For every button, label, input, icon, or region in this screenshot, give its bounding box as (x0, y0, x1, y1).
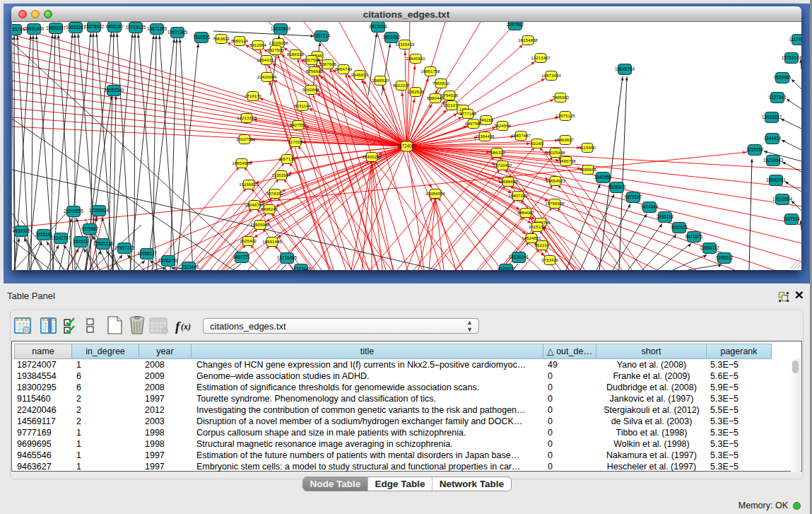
svg-text:17957275: 17957275 (114, 245, 135, 250)
svg-text:1733426: 1733426 (541, 257, 559, 262)
svg-text:22420046: 22420046 (257, 74, 277, 79)
svg-text:11353594: 11353594 (271, 173, 291, 177)
svg-text:19654923: 19654923 (546, 178, 565, 183)
svg-text:9115460: 9115460 (579, 145, 596, 150)
svg-text:2935114: 2935114 (657, 214, 674, 219)
svg-text:15278602: 15278602 (84, 24, 105, 29)
svg-text:12975125: 12975125 (555, 113, 575, 118)
svg-text:10025438: 10025438 (546, 150, 565, 155)
svg-text:13495758: 13495758 (556, 158, 576, 163)
svg-text:15751074: 15751074 (782, 55, 801, 60)
svg-text:10719135: 10719135 (126, 25, 146, 30)
svg-text:1588520: 1588520 (372, 78, 389, 83)
svg-text:62160: 62160 (531, 141, 543, 146)
svg-text:154519: 154519 (73, 239, 88, 244)
svg-text:7986322: 7986322 (488, 150, 506, 155)
svg-text:15909948: 15909948 (250, 222, 270, 227)
svg-text:11325419: 11325419 (395, 42, 415, 47)
svg-text:2367608: 2367608 (319, 62, 337, 66)
svg-text:12323448: 12323448 (291, 267, 312, 270)
svg-text:8660124: 8660124 (231, 38, 249, 43)
svg-text:7625402: 7625402 (240, 238, 257, 243)
svg-text:8471676: 8471676 (686, 234, 703, 239)
svg-text:15692951: 15692951 (766, 177, 787, 182)
svg-text:17359924: 17359924 (89, 208, 110, 213)
svg-text:8912954: 8912954 (249, 42, 267, 47)
svg-text:7485063: 7485063 (552, 95, 570, 100)
svg-text:1615132: 1615132 (529, 224, 546, 229)
svg-text:14136141: 14136141 (509, 255, 529, 259)
svg-text:16654985: 16654985 (232, 160, 252, 165)
svg-text:10971385: 10971385 (167, 30, 188, 35)
svg-text:9699695: 9699695 (579, 167, 597, 172)
svg-text:19653287: 19653287 (46, 25, 66, 30)
svg-text:6879197: 6879197 (625, 194, 642, 199)
svg-text:7515526: 7515526 (193, 35, 211, 40)
svg-text:10973493: 10973493 (541, 73, 561, 78)
svg-text:16991449: 16991449 (262, 239, 282, 244)
svg-text:11174031: 11174031 (789, 37, 801, 42)
svg-text:14055714: 14055714 (12, 27, 25, 32)
svg-text:4839001: 4839001 (13, 228, 30, 233)
svg-text:9498242: 9498242 (261, 206, 278, 211)
svg-text:8322037: 8322037 (393, 83, 411, 88)
svg-text:12033822: 12033822 (762, 115, 782, 119)
svg-text:2087662: 2087662 (507, 22, 524, 27)
svg-text:3215958: 3215958 (746, 147, 764, 152)
svg-text:9146821: 9146821 (351, 72, 369, 77)
svg-text:16648784: 16648784 (615, 66, 635, 71)
svg-text:9457771: 9457771 (233, 255, 251, 259)
svg-text:18807249: 18807249 (508, 193, 528, 198)
svg-text:746266: 746266 (479, 117, 494, 122)
svg-text:9474444: 9474444 (641, 204, 659, 209)
svg-text:10688609: 10688609 (498, 179, 518, 184)
svg-text:9245012: 9245012 (498, 267, 515, 270)
svg-text:12323448: 12323448 (179, 264, 199, 269)
svg-text:8454749: 8454749 (335, 66, 353, 71)
svg-text:9357214: 9357214 (313, 33, 331, 38)
svg-text:1244419: 1244419 (764, 136, 782, 141)
svg-text:16210643: 16210643 (763, 158, 784, 163)
svg-text:10653287: 10653287 (66, 25, 86, 30)
svg-text:18724007: 18724007 (396, 144, 417, 148)
svg-text:21364436: 21364436 (475, 134, 495, 139)
svg-text:9242848: 9242848 (302, 87, 320, 92)
svg-text:18640910: 18640910 (406, 56, 425, 61)
svg-text:3267130: 3267130 (278, 156, 296, 161)
svg-text:6756685: 6756685 (306, 69, 324, 74)
svg-text:12505135: 12505135 (93, 241, 114, 246)
svg-text:12213313: 12213313 (237, 115, 257, 120)
svg-text:13716485: 13716485 (277, 255, 298, 260)
svg-text:9245012: 9245012 (716, 255, 734, 260)
svg-text:9777169: 9777169 (459, 111, 477, 116)
svg-text:9427552: 9427552 (290, 122, 307, 127)
svg-text:10958117: 10958117 (137, 251, 157, 256)
svg-text:7632621: 7632621 (671, 225, 688, 230)
svg-text:3624554: 3624554 (494, 123, 512, 128)
svg-text:14524851: 14524851 (522, 235, 541, 240)
svg-text:16782759: 16782759 (158, 258, 179, 263)
svg-text:9227343: 9227343 (769, 95, 787, 100)
svg-text:2718170: 2718170 (245, 93, 262, 98)
svg-text:10654112: 10654112 (700, 245, 719, 250)
svg-text:5578352: 5578352 (266, 191, 284, 196)
svg-text:16543312: 16543312 (257, 57, 276, 62)
svg-text:1362615: 1362615 (407, 89, 425, 94)
svg-text:13142757: 13142757 (51, 235, 71, 240)
svg-text:16671385: 16671385 (147, 26, 167, 31)
svg-text:1921850: 1921850 (383, 35, 401, 40)
svg-text:18300295: 18300295 (362, 154, 382, 159)
svg-text:8813014: 8813014 (370, 24, 387, 29)
svg-text:15720407: 15720407 (493, 163, 512, 168)
svg-text:9529966: 9529966 (774, 75, 792, 80)
svg-text:19384554: 19384554 (425, 191, 445, 196)
svg-text:9463627: 9463627 (557, 137, 575, 142)
svg-text:8938923: 8938923 (608, 185, 626, 189)
svg-text:1640955: 1640955 (594, 175, 612, 180)
svg-text:9327503: 9327503 (267, 47, 285, 52)
svg-text:10807487: 10807487 (511, 133, 531, 138)
svg-text:9327508: 9327508 (303, 57, 321, 62)
svg-text:19166825: 19166825 (239, 182, 259, 187)
svg-text:1167534: 1167534 (783, 216, 801, 221)
svg-text:7955812: 7955812 (433, 81, 450, 86)
